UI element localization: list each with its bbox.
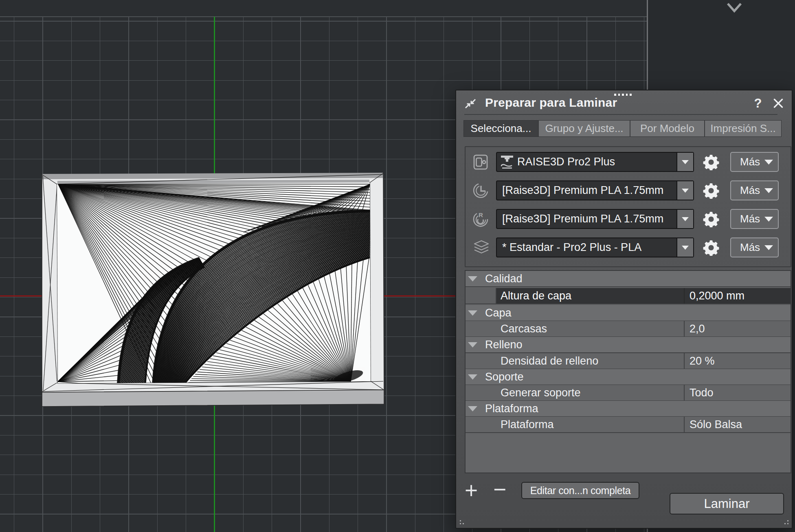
collapse-triangle-icon[interactable] [468,342,477,347]
row-indent-cell [466,288,496,303]
setting-label: Densidad de relleno [501,353,598,369]
template-gear-icon[interactable] [703,240,719,256]
chevron-down-icon [682,217,689,221]
printer-select[interactable]: RAISE3D Pro2 Plus [496,152,694,172]
setting-label: Plataforma [501,417,554,432]
resize-grip-icon[interactable] [782,520,789,526]
settings-group-relleno[interactable]: Relleno [466,337,791,353]
extruder-right-icon: R [473,211,489,227]
slice-button[interactable]: Laminar [670,493,784,514]
dialog-title: Preparar para Laminar [485,96,617,110]
printer-icon [473,154,488,170]
printer-settings-gear-icon[interactable] [703,154,719,170]
dialog-preparar-para-laminar: Preparar para Laminar ? Selecciona... Gr… [455,90,793,529]
left-filament-row: [Raise3D] Premium PLA 1.75mm Más [466,180,791,200]
tab-por-modelo[interactable]: Por Modelo [630,121,704,136]
left-filament-gear-icon[interactable] [703,182,719,199]
chevron-down-icon [764,188,773,193]
tab-label: Impresión S... [710,122,775,135]
setting-label: Altura de capa [501,288,571,303]
printer-filament-template-group: RAISE3D Pro2 Plus Más [465,146,791,267]
drag-dot [614,94,616,96]
drag-dot [630,94,632,96]
left-filament-arrow[interactable] [676,181,693,200]
right-filament-more-button[interactable]: Más [730,209,779,229]
template-select[interactable]: * Estandar - Pro2 Plus - PLA [496,237,694,257]
setting-row-carcasas[interactable]: Carcasas 2,0 [466,321,791,337]
right-filament-arrow[interactable] [676,210,693,228]
left-filament-value: [Raise3D] Premium PLA 1.75mm [502,181,663,200]
settings-group-plataforma[interactable]: Plataforma [466,401,791,417]
add-preset-button[interactable]: + [464,480,479,501]
template-row: * Estandar - Pro2 Plus - PLA Más [466,237,791,257]
tab-selecciona[interactable]: Selecciona... [464,121,538,136]
setting-row-plataforma[interactable]: Plataforma Sólo Balsa [466,417,791,433]
group-label: Calidad [485,271,523,286]
remove-preset-button[interactable]: − [492,479,507,499]
collapse-triangle-icon[interactable] [468,406,477,411]
chevron-down-icon [764,160,773,165]
drag-handle-dots-icon[interactable] [614,94,632,96]
setting-label: Generar soporte [501,385,581,400]
group-label: Plataforma [485,401,538,416]
settings-table: Calidad Altura de capa 0,2000 mm Capa Ca… [465,270,791,473]
group-label: Soporte [485,369,524,385]
tab-label: Grupo y Ajuste... [545,122,623,135]
drag-dot [626,94,628,96]
chevron-down-icon [764,217,773,222]
template-value: * Estandar - Pro2 Plus - PLA [502,238,641,257]
collapse-triangle-icon[interactable] [468,310,477,316]
svg-text:R: R [479,211,483,218]
setting-value[interactable]: 2,0 [690,321,705,336]
extruder-left-icon [473,182,489,199]
template-more-button[interactable]: Más [730,237,779,257]
right-filament-select[interactable]: [Raise3D] Premium PLA 1.75mm [496,209,694,229]
setting-label: Carcasas [501,321,547,336]
setting-row-altura-de-capa[interactable]: Altura de capa 0,2000 mm [466,288,791,304]
close-icon[interactable] [773,98,784,108]
tab-grupo-y-ajuste[interactable]: Grupo y Ajuste... [538,121,630,136]
tab-label: Por Modelo [640,122,694,135]
printer-select-value: RAISE3D Pro2 Plus [517,153,615,171]
drag-dot [622,94,624,96]
settings-group-calidad[interactable]: Calidad [466,271,791,287]
tab-label: Selecciona... [471,122,531,135]
dialog-titlebar[interactable]: Preparar para Laminar ? [456,90,792,115]
collapse-triangle-icon[interactable] [468,374,477,380]
column-divider [684,353,685,369]
left-filament-more-button[interactable]: Más [730,180,779,200]
template-select-arrow[interactable] [676,238,693,257]
application-window: Preparar para Laminar ? Selecciona... Gr… [0,0,795,532]
chevron-down-icon [682,189,689,193]
setting-value[interactable]: Sólo Balsa [690,417,742,432]
setting-row-densidad-de-relleno[interactable]: Densidad de relleno 20 % [466,353,791,369]
dialog-tabs: Selecciona... Grupo y Ajuste... Por Mode… [463,120,782,137]
edit-full-configuration-button[interactable]: Editar con...n completa [521,482,639,499]
setting-value[interactable]: 20 % [690,353,715,369]
more-button-label: Más [740,238,760,257]
left-filament-select[interactable]: [Raise3D] Premium PLA 1.75mm [496,180,694,200]
settings-group-soporte[interactable]: Soporte [466,369,791,385]
help-button[interactable]: ? [751,96,764,111]
collapse-panel-icon[interactable] [464,99,477,109]
right-filament-row: R [Raise3D] Premium PLA 1.75mm Más [466,209,791,229]
group-label: Relleno [485,337,523,352]
chevron-down-icon [764,245,773,250]
settings-group-capa[interactable]: Capa [466,305,791,321]
printer-row: RAISE3D Pro2 Plus Más [466,152,791,172]
right-filament-gear-icon[interactable] [703,211,719,227]
tab-impresion[interactable]: Impresión S... [704,121,781,136]
right-filament-value: [Raise3D] Premium PLA 1.75mm [502,210,663,228]
chevron-down-icon [682,246,689,250]
setting-value[interactable]: 0,2000 mm [690,288,744,303]
collapse-triangle-icon[interactable] [468,276,477,281]
drag-dot [618,94,620,96]
layers-icon [473,240,490,255]
column-divider [684,385,685,400]
setting-value[interactable]: Todo [690,385,714,400]
resize-grip-icon[interactable] [459,520,466,526]
printer-select-arrow[interactable] [676,153,693,171]
setting-row-generar-soporte[interactable]: Generar soporte Todo [466,385,791,401]
printer-more-button[interactable]: Más [730,152,779,172]
column-divider [684,417,685,432]
